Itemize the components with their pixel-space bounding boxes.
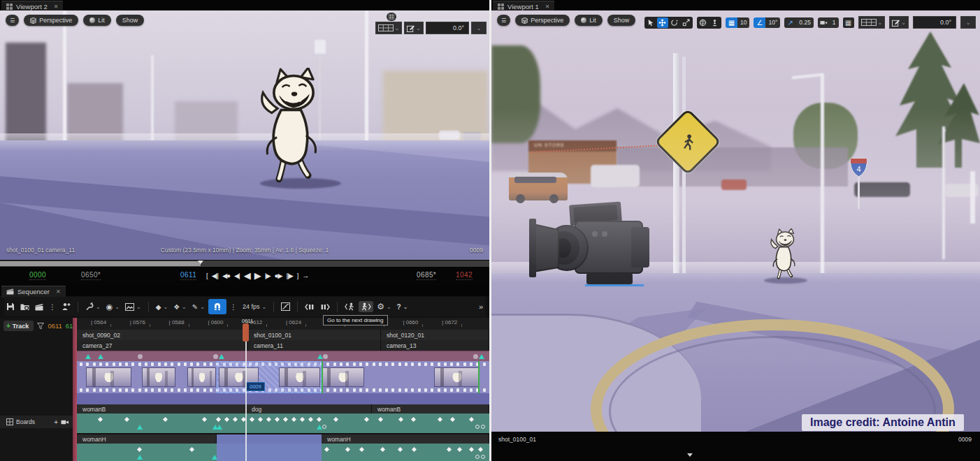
storyboard-grid-dropdown[interactable]: ⌄: [375, 22, 403, 34]
grid-snap-control[interactable]: ▦ 10: [726, 17, 749, 28]
keyframe-diamond[interactable]: [411, 417, 416, 422]
playhead-marker[interactable]: [243, 323, 249, 342]
select-tool-button[interactable]: [645, 17, 656, 28]
close-icon[interactable]: ✕: [56, 288, 61, 295]
keyframe-diamond[interactable]: [98, 417, 103, 422]
grid-toggle-button[interactable]: [387, 13, 396, 21]
keyframe-diamond[interactable]: [137, 447, 142, 452]
keyframe-diamond[interactable]: [308, 417, 313, 422]
rotate-tool-button[interactable]: [669, 17, 680, 28]
maximize-viewport-button[interactable]: ▦: [843, 17, 854, 28]
keyframe-diamond[interactable]: [469, 447, 474, 452]
scrub-handle[interactable]: [198, 261, 203, 264]
camera-keyframe[interactable]: [219, 354, 224, 359]
next-keyframe-button[interactable]: ●▶: [275, 272, 282, 279]
anim-section-header[interactable]: womanB: [77, 404, 246, 414]
browse-button[interactable]: [18, 301, 31, 312]
anim-section-header[interactable]: womanH: [322, 434, 489, 444]
grid-snap-value[interactable]: 10: [737, 17, 749, 28]
keyframe-triangle[interactable]: [137, 425, 143, 430]
keyframe-triangle[interactable]: [317, 425, 322, 430]
add-track-button[interactable]: + Track: [3, 321, 34, 331]
keyframe-diamond[interactable]: [275, 417, 280, 422]
camera-section[interactable]: camera_27: [77, 340, 248, 351]
close-icon[interactable]: ✕: [545, 3, 550, 10]
add-camera-icon[interactable]: [61, 418, 69, 425]
prev-keyframe-button[interactable]: ◀●: [222, 272, 230, 279]
shot-section[interactable]: shot_0090_02: [77, 330, 248, 340]
show-menu[interactable]: Show: [116, 15, 145, 26]
more-options-button[interactable]: ⋮: [47, 302, 58, 312]
keyframe-diamond[interactable]: [457, 447, 462, 452]
next-drawing-button[interactable]: [359, 301, 373, 312]
tab-sequencer[interactable]: Sequencer ✕: [1, 286, 66, 298]
keyframe-circle[interactable]: [481, 425, 485, 429]
keyframe-options-dropdown[interactable]: ◆⌄: [154, 302, 170, 312]
filter-funnel-icon[interactable]: [37, 323, 44, 330]
camera-rig[interactable]: [526, 198, 689, 304]
camera-keyframe[interactable]: [85, 354, 91, 359]
scrub-bar[interactable]: [0, 261, 489, 267]
keyframe-diamond[interactable]: [380, 447, 385, 452]
keyframe-diamond[interactable]: [216, 417, 221, 422]
step-back-button[interactable]: ◀|: [234, 272, 240, 279]
draw-mode-dropdown[interactable]: ⌄: [404, 22, 424, 34]
keyframe-diamond[interactable]: [378, 417, 383, 422]
keyframe-diamond[interactable]: [283, 417, 288, 422]
keyframe-diamond[interactable]: [398, 417, 403, 422]
step-forward-frame-button[interactable]: ||▶: [287, 272, 293, 279]
film-thumbnail[interactable]: [279, 367, 320, 387]
keyframe-diamond[interactable]: [412, 447, 417, 452]
show-menu[interactable]: Show: [607, 15, 636, 26]
camera-speed-value[interactable]: 1: [830, 17, 839, 28]
add-board-button[interactable]: +: [54, 418, 58, 426]
film-thumbnail[interactable]: [86, 367, 131, 387]
world-local-toggle[interactable]: [698, 17, 709, 28]
storyboard-settings-dropdown[interactable]: ⚙⌄: [375, 300, 393, 313]
snap-options-button[interactable]: ⋮: [228, 302, 239, 312]
shot-section[interactable]: shot_0120_01: [381, 330, 489, 340]
step-back-frame-button[interactable]: ◀||: [212, 272, 218, 279]
outliner-next-frame[interactable]: 612: [66, 322, 73, 330]
keyframe-circle[interactable]: [322, 425, 326, 429]
anim-section-header[interactable]: dog: [246, 404, 372, 414]
keyframe-diamond[interactable]: [224, 417, 229, 422]
keyframe-diamond[interactable]: [438, 417, 442, 422]
step-forward-button[interactable]: |▶: [265, 272, 271, 279]
curve-editor-button[interactable]: [279, 301, 292, 312]
view-end-field[interactable]: 0685*: [417, 271, 436, 280]
anim-section-header[interactable]: womanH: [77, 434, 217, 444]
keyframe-diamond[interactable]: [447, 447, 452, 452]
keyframe-diamond[interactable]: [317, 417, 322, 422]
help-dropdown[interactable]: ?⌄: [395, 302, 410, 312]
move-tool-button[interactable]: [657, 17, 668, 28]
loop-mode-button[interactable]: →: [302, 272, 308, 279]
scale-tool-button[interactable]: [681, 17, 692, 28]
keyframe-circle[interactable]: [475, 425, 480, 429]
keyframe-diamond[interactable]: [450, 417, 455, 422]
keyframe-diamond[interactable]: [324, 447, 329, 452]
anim-section-header[interactable]: womanB: [372, 404, 489, 414]
playback-options-dropdown[interactable]: ⌄: [83, 301, 103, 312]
right-viewport-scene[interactable]: UN STORE 4: [491, 10, 980, 432]
view-start-field[interactable]: 0650*: [81, 271, 101, 280]
film-thumbnail[interactable]: [142, 367, 175, 387]
keyframe-diamond[interactable]: [398, 447, 403, 452]
viewport-options-menu[interactable]: ☰: [497, 15, 510, 26]
keyframe-diamond[interactable]: [233, 417, 238, 422]
snap-toggle-button[interactable]: [208, 299, 226, 314]
outliner-current-frame[interactable]: 0611: [48, 322, 62, 330]
keyframe-diamond[interactable]: [300, 417, 305, 422]
keyframe-triangle[interactable]: [137, 455, 143, 460]
rotation-snap-value[interactable]: 10°: [765, 17, 780, 28]
previous-drawing-button[interactable]: [343, 301, 357, 312]
camera-keyframe[interactable]: [473, 354, 478, 359]
film-thumbnail[interactable]: [322, 367, 364, 387]
playback-end-field[interactable]: 1042: [456, 271, 473, 280]
keyframe-diamond[interactable]: [266, 417, 271, 422]
playback-start-field[interactable]: 0000: [29, 271, 46, 280]
camera-section[interactable]: camera_13: [381, 340, 489, 351]
rotation-value-field[interactable]: 0.0°: [913, 16, 956, 29]
previous-shot-button[interactable]: [303, 302, 317, 312]
keyframe-diamond[interactable]: [124, 417, 129, 422]
